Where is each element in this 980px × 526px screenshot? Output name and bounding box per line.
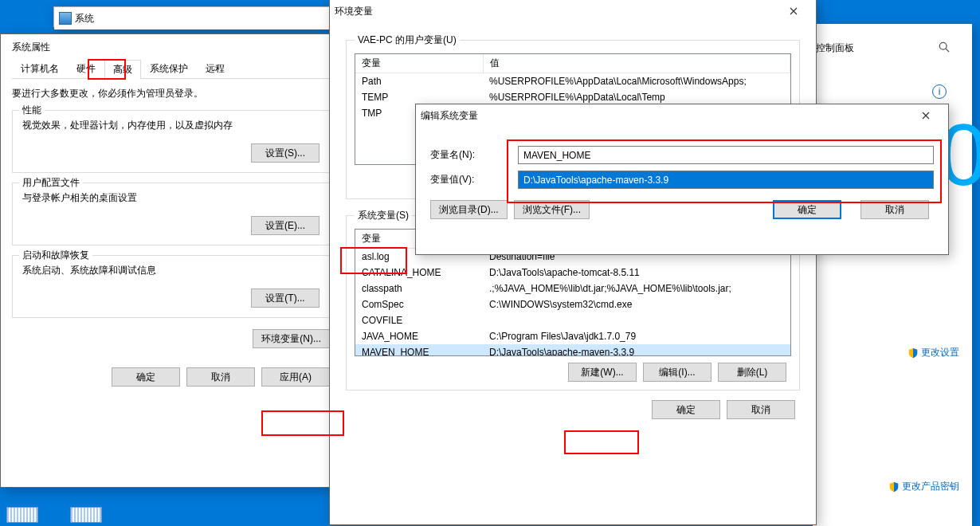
envvars-title: 环境变量: [335, 5, 776, 18]
system-properties-dialog: 系统属性 计算机名 硬件 高级 系统保护 远程 要进行大多数更改，你必须作为管理…: [0, 33, 347, 488]
group-startup-recovery: 启动和故障恢复 系统启动、系统故障和调试信息 设置(T)...: [12, 255, 335, 318]
sys-delete-button[interactable]: 删除(L): [718, 363, 786, 382]
taskbar-item[interactable]: [70, 507, 102, 523]
tab-remote[interactable]: 远程: [197, 59, 233, 78]
table-row[interactable]: COVFILE: [355, 312, 790, 328]
sysprops-cancel-button[interactable]: 取消: [186, 367, 255, 387]
system-applet-title: 系统: [75, 12, 327, 26]
environment-variables-dialog: 环境变量 VAE-PC 的用户变量(U) 变量 值 Path%USERPROFI…: [329, 0, 817, 525]
tab-advanced[interactable]: 高级: [104, 60, 141, 79]
envvars-cancel-button[interactable]: 取消: [727, 400, 795, 419]
sys-edit-button[interactable]: 编辑(I)...: [643, 363, 711, 382]
environment-variables-button[interactable]: 环境变量(N)...: [253, 329, 330, 348]
info-icon: i: [932, 84, 947, 99]
breadcrumb-control-panel[interactable]: 控制面板: [816, 41, 854, 55]
system-icon: [59, 12, 72, 25]
col-value[interactable]: 值: [483, 54, 790, 73]
system-vars-legend: 系统变量(S): [355, 209, 412, 222]
table-row[interactable]: ComSpecC:\WINDOWS\system32\cmd.exe: [355, 296, 790, 312]
group-user-profile: 用户配置文件 与登录帐户相关的桌面设置 设置(E)...: [12, 183, 335, 245]
edit-ok-button[interactable]: 确定: [773, 200, 841, 219]
variable-name-label: 变量名(N):: [430, 148, 502, 162]
close-icon[interactable]: [776, 0, 811, 22]
user-profile-desc: 与登录帐户相关的桌面设置: [22, 191, 324, 205]
variable-name-input[interactable]: [518, 146, 934, 164]
edit-dialog-title: 编辑系统变量: [421, 109, 908, 123]
startup-recovery-desc: 系统启动、系统故障和调试信息: [22, 264, 324, 277]
shield-icon: [907, 347, 919, 359]
tab-hardware[interactable]: 硬件: [68, 59, 104, 78]
browse-directory-button[interactable]: 浏览目录(D)...: [430, 200, 508, 219]
table-row[interactable]: classpath.;%JAVA_HOME%\lib\dt.jar;%JAVA_…: [355, 281, 790, 296]
group-title-startup-recovery: 启动和故障恢复: [19, 249, 92, 262]
close-icon[interactable]: [908, 104, 943, 127]
browse-file-button[interactable]: 浏览文件(F)...: [514, 200, 590, 219]
link-change-product-key[interactable]: 更改产品密钥: [888, 480, 959, 493]
user-vars-legend: VAE-PC 的用户变量(U): [355, 33, 460, 47]
table-row[interactable]: Path%USERPROFILE%\AppData\Local\Microsof…: [355, 73, 790, 90]
edit-cancel-button[interactable]: 取消: [860, 200, 929, 219]
table-row[interactable]: MAVEN_HOMED:\JavaTools\apache-maven-3.3.…: [355, 344, 790, 356]
sys-new-button[interactable]: 新建(W)...: [568, 363, 637, 382]
group-performance: 性能 视觉效果，处理器计划，内存使用，以及虚拟内存 设置(S)...: [12, 110, 335, 173]
startup-recovery-settings-button[interactable]: 设置(T)...: [251, 289, 319, 308]
taskbar: [6, 507, 102, 523]
group-title-user-profile: 用户配置文件: [19, 176, 83, 190]
group-title-performance: 性能: [19, 104, 45, 117]
svg-line-1: [946, 49, 949, 52]
about-windows-panel: 控制面板 i 0 更改设置 更改产品密钥: [813, 24, 972, 526]
table-row[interactable]: TEMP%USERPROFILE%\AppData\Local\Temp: [355, 89, 790, 105]
variable-value-label: 变量值(V):: [430, 173, 502, 186]
performance-settings-button[interactable]: 设置(S)...: [251, 143, 319, 163]
user-profile-settings-button[interactable]: 设置(E)...: [251, 216, 319, 235]
edit-system-variable-dialog: 编辑系统变量 变量名(N): 变量值(V): 浏览目录(D)... 浏览文件(F…: [415, 104, 949, 255]
system-applet: 系统: [53, 6, 332, 27]
sysprops-ok-button[interactable]: 确定: [112, 367, 180, 387]
table-row[interactable]: JAVA_HOMEC:\Program Files\Java\jdk1.7.0_…: [355, 328, 790, 344]
link-change-settings[interactable]: 更改设置: [907, 346, 959, 359]
variable-value-input[interactable]: [518, 171, 934, 189]
admin-note: 要进行大多数更改，你必须作为管理员登录。: [12, 87, 335, 100]
envvars-ok-button[interactable]: 确定: [652, 400, 720, 419]
search-icon[interactable]: [939, 41, 950, 53]
tab-computer-name[interactable]: 计算机名: [12, 59, 68, 78]
dialog-title: 系统属性: [12, 41, 335, 54]
tab-system-protection[interactable]: 系统保护: [141, 59, 197, 78]
shield-icon: [888, 481, 900, 493]
performance-desc: 视觉效果，处理器计划，内存使用，以及虚拟内存: [22, 119, 324, 132]
taskbar-item[interactable]: [6, 507, 38, 523]
sysprops-tabs: 计算机名 硬件 高级 系统保护 远程: [12, 59, 335, 79]
svg-point-0: [939, 42, 947, 49]
table-row[interactable]: CATALINA_HOMED:\JavaTools\apache-tomcat-…: [355, 265, 790, 281]
sysprops-apply-button[interactable]: 应用(A): [261, 367, 330, 387]
col-variable[interactable]: 变量: [355, 54, 483, 73]
